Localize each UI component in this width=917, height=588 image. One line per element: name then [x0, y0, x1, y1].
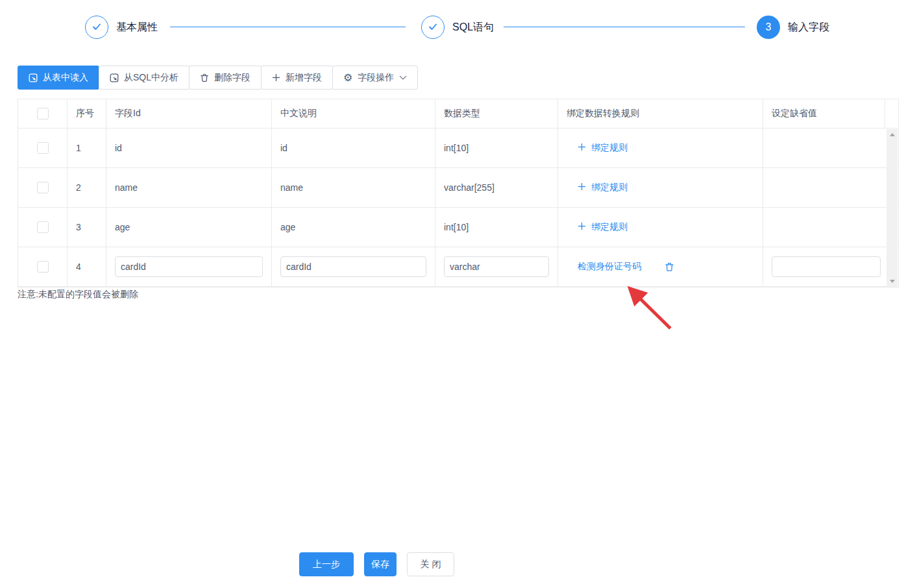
row2-checkbox[interactable]: [37, 182, 49, 193]
step1-label: 基本属性: [116, 21, 158, 34]
row4-cn-desc-input[interactable]: [280, 256, 426, 277]
step-connector-2: [504, 27, 745, 27]
table-scrollbar[interactable]: [886, 129, 898, 287]
row2-field-id: name: [106, 168, 272, 207]
select-box-arrow-icon: [29, 73, 38, 82]
step3-number-circle: 3: [757, 16, 780, 39]
row-select-cell: [18, 129, 67, 167]
header-field-id: 字段Id: [106, 99, 272, 128]
read-from-table-button[interactable]: 从表中读入: [18, 66, 99, 90]
row4-bound-rule-link[interactable]: 检测身份证号码: [578, 261, 641, 273]
row4-remove-rule-trash-icon[interactable]: [665, 262, 674, 272]
delete-field-button[interactable]: 删除字段: [189, 66, 262, 90]
close-button[interactable]: 关 闭: [407, 552, 454, 576]
add-field-button[interactable]: 新增字段: [261, 66, 333, 90]
row4-data-type-input[interactable]: [444, 256, 549, 277]
row3-index: 3: [67, 208, 106, 247]
field-operations-button[interactable]: ⚙ 字段操作: [332, 66, 418, 90]
header-cn-desc: 中文说明: [272, 99, 435, 128]
scroll-up-arrow[interactable]: [886, 129, 898, 140]
row3-bind-rule-link[interactable]: 绑定规则: [578, 221, 628, 233]
select-all-checkbox[interactable]: [37, 108, 49, 119]
row4-checkbox[interactable]: [37, 261, 49, 273]
row2-cn-desc: name: [272, 168, 435, 207]
trash-icon: [200, 73, 209, 82]
row-select-cell: [18, 247, 67, 286]
step-connector-1: [170, 27, 406, 27]
bind-rule-label: 绑定规则: [591, 221, 628, 233]
analyze-from-sql-button[interactable]: 从SQL中分析: [99, 66, 190, 90]
bind-rule-label: 绑定规则: [591, 142, 628, 154]
prev-step-button[interactable]: 上一步: [299, 552, 354, 576]
row4-field-id-input[interactable]: [115, 256, 263, 277]
table-row-editable: 4 检测身份证号码: [18, 247, 898, 287]
fields-table: 序号 字段Id 中文说明 数据类型 绑定数据转换规则 设定缺省值 1 id id…: [18, 99, 899, 288]
select-box-arrow-icon: [110, 73, 119, 82]
check-icon: [427, 21, 439, 34]
row1-default-value: [763, 129, 898, 167]
row-select-cell: [18, 208, 67, 247]
row2-index: 2: [67, 168, 106, 207]
delete-field-label: 删除字段: [214, 72, 251, 84]
read-from-table-label: 从表中读入: [43, 72, 88, 84]
step-sql: SQL语句: [421, 16, 494, 39]
bind-rule-label: 绑定规则: [591, 182, 628, 193]
step1-check-circle: [85, 16, 108, 39]
row1-data-type: int[10]: [435, 129, 558, 167]
header-scroll-gutter: [885, 99, 898, 128]
row3-default-value: [763, 208, 898, 247]
row1-index: 1: [67, 129, 106, 167]
step3-label: 输入字段: [788, 21, 829, 34]
row3-checkbox[interactable]: [37, 221, 49, 233]
plus-icon: [578, 143, 586, 153]
row3-data-type: int[10]: [435, 208, 558, 247]
add-field-label: 新增字段: [286, 72, 322, 84]
gear-icon: ⚙: [343, 73, 352, 83]
row-select-cell: [18, 168, 67, 207]
scroll-down-arrow[interactable]: [886, 276, 898, 287]
row4-index: 4: [67, 247, 106, 286]
row1-checkbox[interactable]: [37, 142, 49, 154]
check-icon: [91, 21, 103, 34]
step3-number: 3: [766, 21, 772, 33]
step2-label: SQL语句: [452, 21, 494, 34]
table-header-row: 序号 字段Id 中文说明 数据类型 绑定数据转换规则 设定缺省值: [18, 99, 898, 129]
table-row: 2 name name varchar[255] 绑定规则: [18, 168, 898, 208]
plus-icon: [272, 73, 280, 82]
step-basic-props: 基本属性: [85, 16, 158, 39]
analyze-from-sql-label: 从SQL中分析: [124, 72, 178, 84]
plus-icon: [578, 222, 586, 232]
header-bind-rule: 绑定数据转换规则: [558, 99, 763, 128]
warning-note: 注意:未配置的字段值会被删除: [18, 289, 138, 300]
row1-cn-desc: id: [272, 129, 435, 167]
chevron-down-icon: [399, 75, 407, 80]
step-input-fields: 3 输入字段: [757, 16, 829, 39]
save-button[interactable]: 保存: [364, 552, 397, 576]
row2-data-type: varchar[255]: [435, 168, 558, 207]
row3-field-id: age: [106, 208, 272, 247]
plus-icon: [578, 182, 586, 193]
header-select-all-cell: [18, 99, 67, 128]
footer-actions: 上一步 保存 关 闭: [299, 552, 454, 576]
table-row: 1 id id int[10] 绑定规则: [18, 129, 898, 168]
red-arrow-annotation: [615, 278, 680, 338]
table-row: 3 age age int[10] 绑定规则: [18, 208, 898, 247]
row1-bind-rule-link[interactable]: 绑定规则: [578, 142, 628, 154]
row2-default-value: [763, 168, 898, 207]
toolbar: 从表中读入 从SQL中分析 删除字段 新增字段 ⚙ 字段操作: [18, 66, 418, 90]
row4-default-value-input[interactable]: [772, 256, 881, 277]
row2-bind-rule-link[interactable]: 绑定规则: [578, 182, 628, 193]
step2-check-circle: [421, 16, 445, 39]
page: 基本属性 SQL语句 3 输入字段 从表中读入 从SQL中分析: [0, 0, 917, 588]
header-default-value: 设定缺省值: [763, 99, 885, 128]
header-data-type: 数据类型: [435, 99, 558, 128]
row3-cn-desc: age: [272, 208, 435, 247]
field-operations-label: 字段操作: [358, 72, 394, 84]
row1-field-id: id: [106, 129, 272, 167]
header-index: 序号: [67, 99, 106, 128]
